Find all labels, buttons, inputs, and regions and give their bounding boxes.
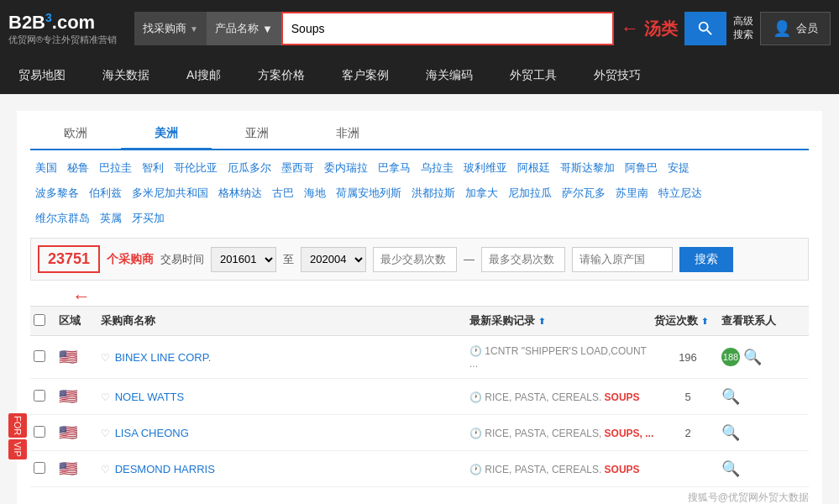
filter-search-button[interactable]: 搜索 xyxy=(679,247,733,272)
contact-badge: 188 xyxy=(721,348,740,366)
tab-americas[interactable]: 美洲 xyxy=(121,119,212,150)
search-button[interactable] xyxy=(684,12,726,45)
country-tag[interactable]: 乌拉圭 xyxy=(416,159,459,177)
company-name[interactable]: LISA CHEONG xyxy=(115,427,189,439)
country-input[interactable] xyxy=(572,247,673,272)
tab-africa[interactable]: 非洲 xyxy=(302,119,393,149)
nav-trade-map[interactable]: 贸易地图 xyxy=(0,57,84,94)
heart-icon[interactable]: ♡ xyxy=(101,391,110,403)
logo: B2B3.com 优贸网®专注外贸精准营销 xyxy=(8,11,126,46)
nav-tools[interactable]: 外贸工具 xyxy=(491,57,575,94)
company-name[interactable]: DESMOND HARRIS xyxy=(115,463,215,475)
row-select-checkbox[interactable] xyxy=(34,462,45,474)
country-tag[interactable]: 维尔京群岛 xyxy=(30,209,95,228)
country-tag[interactable]: 阿根廷 xyxy=(512,159,555,177)
nav-ai-mail[interactable]: AI搜邮 xyxy=(168,57,239,94)
country-tag[interactable]: 哥伦比亚 xyxy=(169,159,223,177)
country-tag[interactable]: 哥斯达黎加 xyxy=(555,159,620,177)
record-cell: 🕐 1CNTR "SHIPPER'S LOAD,COUNT ... xyxy=(469,344,654,370)
country-tag[interactable]: 智利 xyxy=(137,159,169,177)
logo-subtitle: 优贸网®专注外贸精准营销 xyxy=(8,34,126,46)
select-all-checkbox[interactable] xyxy=(34,314,45,326)
heart-icon[interactable]: ♡ xyxy=(101,352,110,364)
country-tag[interactable]: 波多黎各 xyxy=(30,184,84,202)
member-button[interactable]: 👤 会员 xyxy=(760,12,831,45)
red-arrow-annotation: ← xyxy=(72,287,809,306)
country-tag[interactable]: 安提 xyxy=(663,159,695,177)
heart-icon[interactable]: ♡ xyxy=(101,464,110,475)
nav-tips[interactable]: 外贸技巧 xyxy=(575,57,659,94)
country-tag[interactable]: 古巴 xyxy=(267,184,299,202)
record-text: 🕐 RICE, PASTA, CEREALS, SOUPS, ... xyxy=(469,428,653,439)
for-badge[interactable]: FOR xyxy=(8,413,27,438)
vip-badge[interactable]: VIP xyxy=(8,439,27,459)
country-tag[interactable]: 玻利维亚 xyxy=(459,159,512,177)
contact-search-icon[interactable]: 🔍 xyxy=(721,423,740,442)
country-tag[interactable]: 多米尼加共和国 xyxy=(127,184,213,202)
country-tag[interactable]: 厄瓜多尔 xyxy=(223,159,276,177)
country-tag[interactable]: 阿鲁巴 xyxy=(620,159,663,177)
search-input[interactable] xyxy=(281,12,614,45)
country-tag[interactable]: 伯利兹 xyxy=(84,184,127,202)
product-name-dropdown[interactable]: 产品名称 ▼ xyxy=(207,12,281,45)
company-name-cell: ♡ DESMOND HARRIS xyxy=(101,463,469,475)
country-tag[interactable]: 海地 xyxy=(299,184,331,202)
find-buyer-dropdown[interactable]: 找采购商 ▼ xyxy=(134,12,207,45)
country-tag[interactable]: 英属 xyxy=(95,209,127,228)
country-tag[interactable]: 秘鲁 xyxy=(62,159,94,177)
row-checkbox xyxy=(34,350,59,365)
record-text: 🕐 RICE, PASTA, CEREALS. SOUPS xyxy=(469,464,640,475)
country-tag[interactable]: 尼加拉瓜 xyxy=(503,184,557,202)
company-name[interactable]: BINEX LINE CORP. xyxy=(115,351,212,364)
clock-icon: 🕐 xyxy=(469,345,482,357)
tab-asia[interactable]: 亚洲 xyxy=(212,119,302,149)
tab-europe[interactable]: 欧洲 xyxy=(30,119,121,149)
country-tag[interactable]: 格林纳达 xyxy=(213,184,267,202)
country-tag[interactable]: 萨尔瓦多 xyxy=(557,184,611,202)
date-from-select[interactable]: 201601 xyxy=(211,247,276,272)
nav-cases[interactable]: 客户案例 xyxy=(323,57,407,94)
country-tag[interactable]: 墨西哥 xyxy=(276,159,319,177)
country-tag[interactable]: 苏里南 xyxy=(611,184,653,202)
sort-icon[interactable]: ⬆ xyxy=(538,317,545,326)
contact-search-icon[interactable]: 🔍 xyxy=(743,348,762,366)
country-tag[interactable]: 洪都拉斯 xyxy=(406,184,460,202)
row-checkbox xyxy=(34,462,59,476)
country-tag[interactable]: 特立尼达 xyxy=(653,184,707,202)
contact-cell: 188 🔍 xyxy=(721,348,805,366)
max-trades-input[interactable] xyxy=(481,247,565,272)
country-tag[interactable]: 委内瑞拉 xyxy=(319,159,373,177)
col-checkbox xyxy=(34,314,59,328)
row-select-checkbox[interactable] xyxy=(34,426,45,438)
nav-customs-data[interactable]: 海关数据 xyxy=(84,57,168,94)
col-buyer-name: 采购商名称 xyxy=(101,313,469,328)
row-select-checkbox[interactable] xyxy=(34,390,45,402)
country-tag[interactable]: 牙买加 xyxy=(127,209,170,228)
country-tag[interactable]: 荷属安地列斯 xyxy=(331,184,406,202)
contact-cell: 🔍 xyxy=(721,423,805,442)
date-to-select[interactable]: 202004 xyxy=(301,247,366,272)
heart-icon[interactable]: ♡ xyxy=(101,428,110,439)
row-checkbox xyxy=(34,390,59,404)
annotation-arrow-icon: ← xyxy=(621,18,639,39)
country-tag[interactable]: 巴拉圭 xyxy=(94,159,137,177)
nav-pricing[interactable]: 方案价格 xyxy=(239,57,323,94)
advanced-search-button[interactable]: 高级 搜索 xyxy=(726,15,760,41)
row-select-checkbox[interactable] xyxy=(34,350,45,362)
search-icon xyxy=(696,19,715,38)
row-checkbox xyxy=(34,426,59,440)
freight-sort-icon[interactable]: ⬆ xyxy=(701,317,708,326)
company-name[interactable]: NOEL WATTS xyxy=(115,391,185,403)
table-row: 🇺🇸 ♡ DESMOND HARRIS 🕐 RICE, PASTA, CEREA… xyxy=(30,451,809,487)
min-trades-input[interactable] xyxy=(373,247,457,272)
country-tag[interactable]: 加拿大 xyxy=(460,184,503,202)
main-content: 欧洲 美洲 亚洲 非洲 美国秘鲁巴拉圭智利哥伦比亚厄瓜多尔墨西哥委内瑞拉巴拿马乌… xyxy=(17,111,822,504)
contact-cell: 🔍 xyxy=(721,387,805,406)
contact-search-icon[interactable]: 🔍 xyxy=(721,459,740,478)
nav-hs-code[interactable]: 海关编码 xyxy=(407,57,491,94)
country-tag[interactable]: 巴拿马 xyxy=(373,159,416,177)
country-tag[interactable]: 美国 xyxy=(30,159,62,177)
contact-search-icon[interactable]: 🔍 xyxy=(721,387,740,406)
search-input-wrap xyxy=(281,12,614,45)
flag: 🇺🇸 xyxy=(59,423,101,442)
